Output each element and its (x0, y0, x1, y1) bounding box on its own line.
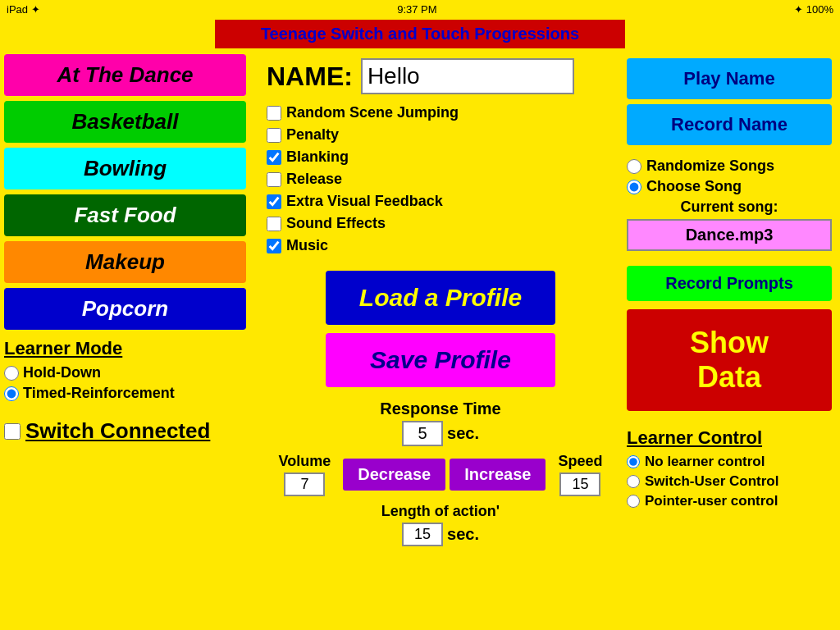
song-option-1: Choose Song (627, 178, 832, 195)
decrease-button[interactable]: Decrease (343, 459, 445, 491)
length-of-action-section: Length of action' sec. (267, 503, 614, 546)
checkbox-0[interactable] (267, 106, 281, 121)
checkbox-row-6: Music (267, 237, 614, 254)
checkbox-row-3: Release (267, 171, 614, 188)
learner-control-label-1: Switch-User Control (645, 473, 778, 490)
learner-mode-label-1: Timed-Reinforcement (23, 385, 175, 402)
learner-control-radio-2[interactable] (627, 495, 640, 508)
song-radio-0[interactable] (627, 159, 641, 174)
status-left: iPad ✦ (7, 3, 40, 16)
checkbox-row-1: Penalty (267, 126, 614, 144)
checkbox-row-0: Random Scene Jumping (267, 104, 614, 121)
checkbox-row-4: Extra Visual Feedback (267, 193, 614, 210)
status-center: 9:37 PM (397, 3, 436, 16)
checkbox-4[interactable] (267, 194, 281, 209)
checkbox-6[interactable] (267, 239, 281, 253)
learner-control-option-2: Pointer-user control (627, 493, 832, 509)
song-button-5[interactable]: Popcorn (4, 288, 246, 330)
loa-label: Length of action' (267, 503, 614, 520)
response-time-unit: sec. (447, 424, 479, 443)
song-button-4[interactable]: Makeup (4, 241, 246, 283)
switch-connected-checkbox[interactable] (4, 423, 21, 440)
increase-button[interactable]: Increase (450, 459, 546, 491)
song-button-3[interactable]: Fast Food (4, 194, 246, 236)
current-song-display: Dance.mp3 (627, 219, 832, 251)
name-row: NAME: (267, 58, 614, 94)
switch-connected-label: Switch Connected (25, 418, 210, 444)
save-profile-button[interactable]: Save Profile (326, 333, 555, 387)
record-prompts-button[interactable]: Record Prompts (627, 266, 832, 301)
volume-label: Volume (279, 453, 331, 470)
main-content: At The DanceBasketballBowlingFast FoodMa… (0, 50, 840, 630)
title-bar: Teenage Switch and Touch Progressions (215, 20, 625, 48)
checkbox-label-0: Random Scene Jumping (286, 104, 459, 121)
checkbox-label-5: Sound Effects (286, 215, 386, 232)
volume-speed-row: Volume Decrease Increase Speed (267, 453, 614, 496)
learner-mode-option-1: Timed-Reinforcement (4, 385, 258, 402)
learner-mode-title: Learner Mode (4, 338, 258, 359)
volume-group: Volume (279, 453, 331, 496)
learner-control-radio-1[interactable] (627, 475, 640, 488)
checkbox-label-4: Extra Visual Feedback (286, 193, 443, 210)
learner-mode-radio-1[interactable] (4, 386, 19, 401)
loa-unit: sec. (447, 525, 479, 544)
name-label: NAME: (267, 62, 353, 92)
song-radio-1[interactable] (627, 180, 641, 194)
switch-connected-row: Switch Connected (4, 418, 258, 444)
checkbox-row-5: Sound Effects (267, 215, 614, 232)
speed-group: Speed (558, 453, 602, 496)
checkbox-row-2: Blanking (267, 148, 614, 166)
learner-mode-option-0: Hold-Down (4, 364, 258, 381)
song-options-section: Randomize SongsChoose Song Current song:… (627, 158, 832, 259)
song-button-2[interactable]: Bowling (4, 148, 246, 189)
checkbox-3[interactable] (267, 172, 281, 187)
checkbox-list: Random Scene JumpingPenaltyBlankingRelea… (267, 104, 614, 254)
play-name-button[interactable]: Play Name (627, 58, 832, 99)
checkbox-label-3: Release (286, 171, 342, 188)
speed-input[interactable] (559, 472, 600, 496)
checkbox-label-6: Music (286, 237, 328, 254)
learner-control-title: Learner Control (627, 427, 832, 449)
record-name-button[interactable]: Record Name (627, 104, 832, 145)
checkbox-5[interactable] (267, 217, 281, 231)
learner-control-label-0: No learner control (645, 454, 765, 470)
app-title: Teenage Switch and Touch Progressions (261, 25, 579, 43)
checkbox-label-1: Penalty (286, 126, 339, 144)
song-radio-options: Randomize SongsChoose Song (627, 158, 832, 195)
song-option-0: Randomize Songs (627, 158, 832, 175)
checkbox-label-2: Blanking (286, 148, 349, 166)
learner-mode-section: Learner Mode Hold-DownTimed-Reinforcemen… (4, 338, 258, 402)
response-time-label: Response Time (267, 399, 614, 418)
learner-control-options: No learner controlSwitch-User ControlPoi… (627, 454, 832, 509)
song-radio-label-0: Randomize Songs (646, 158, 774, 175)
learner-mode-radio-0[interactable] (4, 366, 19, 381)
checkbox-1[interactable] (267, 128, 281, 143)
current-song-label: Current song: (627, 199, 832, 216)
learner-mode-label-0: Hold-Down (23, 364, 101, 381)
learner-control-option-1: Switch-User Control (627, 473, 832, 490)
song-button-0[interactable]: At The Dance (4, 54, 246, 96)
right-column: Play Name Record Name Randomize SongsCho… (623, 54, 836, 627)
decrease-increase-row: Decrease Increase (343, 459, 546, 491)
status-right: ✦ 100% (794, 3, 833, 16)
song-list: At The DanceBasketballBowlingFast FoodMa… (4, 54, 258, 330)
loa-input[interactable] (402, 523, 443, 546)
learner-control-section: Learner Control No learner controlSwitch… (627, 427, 832, 513)
song-radio-label-1: Choose Song (646, 178, 742, 195)
show-data-button[interactable]: ShowData (627, 309, 832, 411)
left-column: At The DanceBasketballBowlingFast FoodMa… (4, 54, 258, 627)
status-bar: iPad ✦ 9:37 PM ✦ 100% (0, 0, 840, 18)
learner-control-label-2: Pointer-user control (645, 493, 778, 509)
song-button-1[interactable]: Basketball (4, 101, 246, 143)
learner-control-option-0: No learner control (627, 454, 832, 470)
learner-mode-options: Hold-DownTimed-Reinforcement (4, 364, 258, 402)
response-time-section: Response Time sec. (267, 399, 614, 446)
response-time-input[interactable] (402, 421, 443, 446)
speed-label: Speed (558, 453, 602, 470)
checkbox-2[interactable] (267, 150, 281, 165)
load-profile-button[interactable]: Load a Profile (326, 271, 555, 325)
learner-control-radio-0[interactable] (627, 455, 640, 468)
middle-column: NAME: Random Scene JumpingPenaltyBlankin… (258, 54, 623, 627)
volume-input[interactable] (284, 472, 325, 496)
name-input[interactable] (361, 58, 574, 94)
